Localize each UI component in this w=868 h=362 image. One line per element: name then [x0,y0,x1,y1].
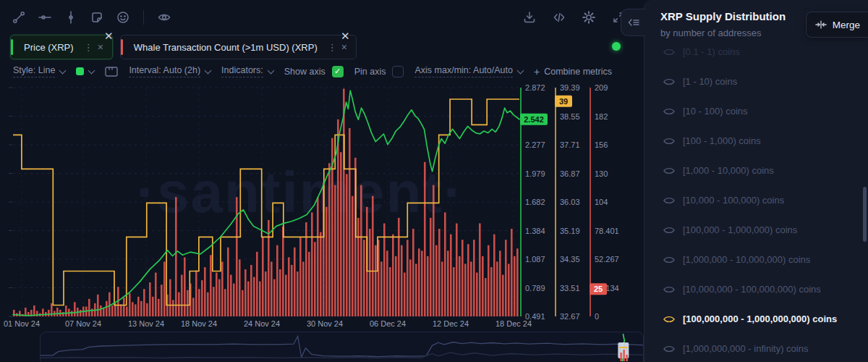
bucket-label: [100 - 1,000) coins [683,135,761,146]
vertical-line-icon[interactable] [62,9,80,26]
supply-distribution-panel: XRP Supply Distribution by number of add… [644,0,868,362]
show-axis-toggle[interactable]: Show axis ✓ [284,66,344,77]
x-axis-date-label: 30 Nov 24 [307,319,343,328]
price-axis-tick: 2.872 [525,83,545,92]
timeline-minimap[interactable] [40,332,644,362]
bucket-eye-icon [663,345,675,353]
tab-label: Price (XRP) [24,42,74,53]
bucket-label: [10,000,000 - 100,000,000) coins [683,284,821,295]
bucket-eye-icon [663,107,675,116]
bucket-eye-icon [663,285,675,294]
combine-metrics-button[interactable]: + Combine metrics [534,66,612,77]
bucket-eye-icon [663,315,675,324]
pin-axis-checkbox[interactable] [392,66,404,77]
bucket-eye-icon [663,196,675,205]
x-axis-date-label: 18 Dec 24 [495,319,532,328]
drawing-toolbar [10,9,173,26]
bucket-label: [1 - 10) coins [683,76,737,87]
supply-bucket-item[interactable]: [1,000 - 10,000) coins [644,156,868,185]
whale-axis-tick: 182 [595,112,608,121]
supply-bucket-item[interactable]: [10,000,000 - 100,000,000) coins [644,274,868,304]
chart-actions-toolbar [521,9,627,26]
supply-axis-tick: 38.55 [560,112,580,121]
supply-bucket-item[interactable]: [100,000,000 - 1,000,000,000) coins [644,304,868,334]
supply-bucket-item[interactable]: [100,000 - 1,000,000) coins [644,215,868,245]
bucket-label: [100,000 - 1,000,000) coins [683,224,797,235]
x-axis-date-label: 24 Nov 24 [244,319,280,328]
chart-frame-icon[interactable] [105,67,118,77]
tab-whale-transaction-count[interactable]: Whale Transaction Count (>1m USD) (XRP) … [120,35,357,59]
bucket-eye-icon [663,226,675,235]
whale-axis-tick: 78.401 [595,227,619,235]
eye-icon[interactable] [156,9,173,26]
toolbar-divider [143,10,144,25]
chart-watermark: ·santiment· [136,160,464,224]
bucket-label: [0.1 - 1) coins [683,46,740,57]
supply-bucket-item[interactable]: [10,000 - 100,000) coins [644,185,868,215]
tab-remove-button[interactable]: ✕ [104,30,114,41]
note-icon[interactable] [88,9,106,26]
chevron-down-icon [59,67,67,74]
panel-scrollbar[interactable] [863,187,867,242]
supply-value-badge: 39 [559,97,568,106]
embed-code-icon[interactable] [550,9,568,26]
supply-bucket-item[interactable]: [1,000,000,000 - infinity) coins [644,334,868,362]
indicators-dropdown[interactable]: Indicators: [221,65,273,77]
merge-button[interactable]: Merge [806,12,868,38]
metric-tabs: Price (XRP) ⋮ × Whale Transaction Count … [10,35,357,59]
tab-options-icon[interactable]: ⋮ [328,42,337,53]
minimap-lines [41,336,643,358]
price-axis-tick: 1.682 [525,198,545,206]
supply-bucket-item[interactable]: [1 - 10) coins [644,67,868,96]
x-axis-date-label: 12 Dec 24 [433,319,469,328]
whale-axis-tick: 130 [595,169,608,178]
supply-bucket-item[interactable]: [1,000,000 - 10,000,000) coins [644,245,868,274]
chevron-down-icon [517,67,524,74]
whale-axis-tick: 104 [595,198,608,206]
collapse-panel-icon[interactable] [621,9,645,36]
supply-axis-tick: 36.03 [560,198,580,206]
supply-bucket-item[interactable]: [0.1 - 1) coins [644,45,868,67]
chevron-down-icon [88,67,95,74]
x-axis-date-label: 13 Nov 24 [128,319,164,328]
santiment-watermark: ·santiment· [136,160,464,224]
emoji-icon[interactable] [114,9,132,26]
bucket-eye-icon [663,48,675,56]
price-axis-tick: 1.384 [525,227,545,235]
x-axis-date-label: 01 Nov 24 [4,319,40,328]
horizontal-line-icon[interactable] [36,9,54,26]
pin-axis-toggle[interactable]: Pin axis [354,66,404,77]
axis-badges: 2.5423925 [520,96,607,295]
tab-price-xrp[interactable]: Price (XRP) ⋮ × [10,35,113,59]
main-chart-canvas[interactable]: ·santiment· 2.8722.5752.2771.9791.6821.3… [0,80,644,332]
minimap-range-handle[interactable] [618,334,629,361]
tab-close-icon[interactable]: × [340,42,349,52]
color-swatch-dropdown[interactable] [76,67,94,75]
supply-axis-tick: 37.71 [560,140,580,149]
supply-bucket-list: [0.1 - 1) coins[1 - 10) coins[10 - 100) … [644,45,868,362]
chevron-down-icon [205,67,212,74]
axis-maxmin-dropdown[interactable]: Axis max/min: Auto/Auto [414,65,522,77]
trend-line-icon[interactable] [10,9,27,26]
price-axis-tick: 1.087 [525,255,545,264]
price-axis-tick: 0.789 [525,284,545,292]
tab-label: Whale Transaction Count (>1m USD) (XRP) [134,42,318,53]
settings-icon[interactable] [580,9,597,26]
tab-close-icon[interactable]: × [96,42,105,52]
whale-axis-tick: 209 [595,83,608,92]
download-icon[interactable] [521,9,538,26]
bucket-eye-icon [663,167,675,175]
tab-remove-button[interactable]: ✕ [341,30,350,41]
bucket-label: [100,000,000 - 1,000,000,000) coins [683,313,837,324]
chevron-down-icon [267,67,274,74]
price-axis-tick: 1.979 [525,169,545,178]
bucket-eye-icon [663,256,675,264]
show-axis-checkbox[interactable]: ✓ [332,66,344,77]
tab-accent-bar [11,39,13,55]
x-axis-date-label: 06 Dec 24 [370,319,406,328]
tab-options-icon[interactable]: ⋮ [84,42,93,53]
supply-bucket-item[interactable]: [100 - 1,000) coins [644,126,868,156]
supply-bucket-item[interactable]: [10 - 100) coins [644,96,868,126]
interval-dropdown[interactable]: Interval: Auto (2h) [129,65,210,77]
style-dropdown[interactable]: Style: Line [13,65,65,77]
